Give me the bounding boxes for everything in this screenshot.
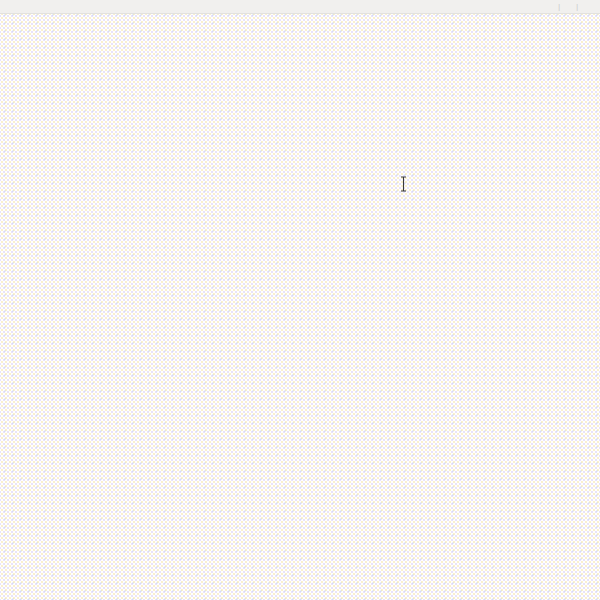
text-ibeam-cursor bbox=[399, 176, 408, 192]
scatter-plot-svg bbox=[20, 93, 280, 338]
link-separator: | bbox=[576, 3, 578, 10]
mathematica-notebook-window: { "header": { "brand_wolfram": "WOLFRAM"… bbox=[0, 0, 600, 600]
listplot-output-graphic[interactable] bbox=[20, 93, 280, 338]
header-links: | | bbox=[542, 3, 594, 10]
link-separator: | bbox=[558, 3, 560, 10]
top-header-bar: | | bbox=[0, 0, 600, 14]
